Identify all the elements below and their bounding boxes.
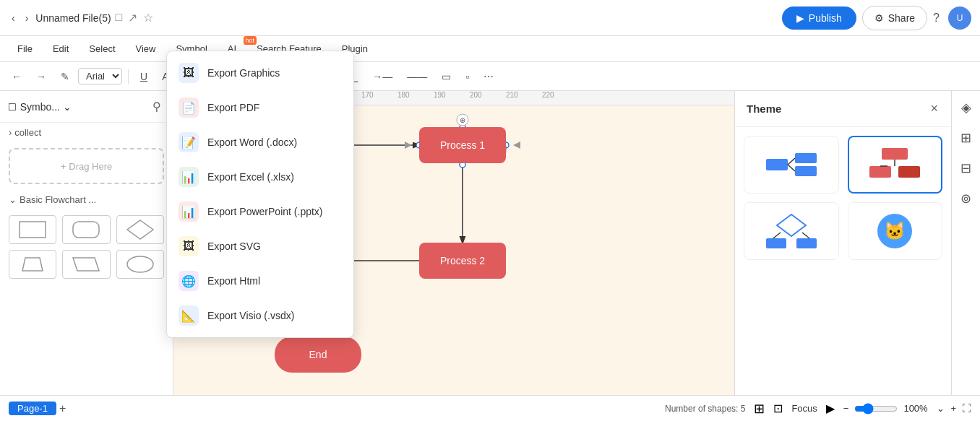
page-tab[interactable]: Page-1 [9, 402, 56, 415]
share-icon[interactable]: ↗ [128, 11, 137, 25]
svg-rect-27 [869, 166, 891, 178]
back-arrow[interactable]: ‹ [9, 9, 18, 27]
focus-icon[interactable]: ⊡ [773, 402, 783, 415]
shape-trapezoid[interactable] [9, 250, 56, 279]
separator-1 [128, 69, 129, 84]
focus-label[interactable]: Focus [791, 403, 817, 414]
basic-flowchart-section[interactable]: ⌄ Basic Flowchart ... [0, 190, 173, 209]
font-selector[interactable]: Arial [78, 68, 122, 84]
arrow-button[interactable]: →― [366, 68, 398, 85]
fullscreen-icon[interactable]: ⛶ [962, 403, 971, 414]
export-svg-icon: 🖼 [179, 236, 199, 256]
forward-arrow[interactable]: › [22, 9, 32, 27]
title-icons: □ ↗ ☆ [116, 11, 154, 25]
svg-marker-31 [777, 214, 806, 236]
chevron-down-icon[interactable]: ⌄ [63, 101, 72, 113]
group-button[interactable]: ▫ [460, 68, 475, 85]
save-icon[interactable]: □ [116, 11, 123, 25]
export-svg-item[interactable]: 🖼 Export SVG [167, 229, 353, 264]
export-powerpoint-icon: 📊 [179, 201, 199, 222]
shape-rect[interactable] [9, 215, 56, 244]
theme-icon[interactable]: ◈ [958, 97, 974, 118]
publish-send-icon: ▶ [796, 12, 804, 24]
zoom-slider[interactable] [854, 403, 898, 415]
undo-button[interactable]: ← [6, 68, 27, 85]
dash-button[interactable]: ―― [401, 68, 433, 85]
svg-rect-33 [796, 238, 817, 248]
theme-card-2[interactable] [848, 136, 943, 194]
export-html-icon: 🌐 [179, 271, 199, 291]
export-excel-icon: 📊 [179, 167, 199, 187]
settings-icon[interactable]: ⊚ [958, 188, 974, 209]
drag-here-box[interactable]: + Drag Here [9, 148, 164, 184]
theme-card-3[interactable] [744, 202, 839, 260]
export-graphics-icon: 🖼 [179, 63, 199, 83]
theme-close-button[interactable]: × [929, 100, 940, 118]
menu-edit[interactable]: Edit [44, 40, 77, 57]
layer-button[interactable]: ▭ [436, 68, 457, 85]
export-pdf-item[interactable]: 📄 Export PDF [167, 90, 353, 125]
publish-button[interactable]: ▶ Publish [782, 6, 856, 30]
add-page-button[interactable]: + [59, 402, 66, 415]
menu-file[interactable]: File [9, 40, 41, 57]
export-graphics-item[interactable]: 🖼 Export Graphics [167, 56, 353, 90]
svg-marker-14 [405, 142, 412, 149]
zoom-out-button[interactable]: − [843, 403, 849, 414]
shape-parallelogram[interactable] [62, 250, 110, 279]
plus-icon: + [61, 161, 66, 172]
svg-marker-3 [22, 258, 43, 271]
export-word-icon: 📝 [179, 132, 199, 152]
menu-select[interactable]: Select [80, 40, 124, 57]
page-layout-icon[interactable]: ⊞ [754, 401, 765, 417]
collect-section[interactable]: › collect [0, 123, 173, 142]
process2-shape[interactable]: Process 2 [419, 243, 506, 279]
top-right-icons: ? U [933, 6, 971, 30]
shape-diamond[interactable] [116, 215, 164, 244]
svg-text:⊕: ⊕ [460, 116, 465, 124]
redo-button[interactable]: → [30, 68, 52, 85]
export-word-item[interactable]: 📝 Export Word (.docx) [167, 125, 353, 160]
export-visio-item[interactable]: 📐 Export Visio (.vsdx) [167, 298, 353, 333]
export-pdf-icon: 📄 [179, 97, 199, 118]
theme-grid: 🐱 [735, 127, 951, 269]
avatar[interactable]: U [948, 6, 971, 30]
play-icon[interactable]: ▶ [826, 402, 835, 415]
help-icon[interactable]: ? [933, 12, 940, 25]
svg-rect-0 [20, 222, 46, 238]
format-paint-button[interactable]: ✎ [55, 68, 75, 85]
process1-shape[interactable]: Process 1 [419, 127, 506, 163]
svg-line-35 [802, 233, 809, 238]
file-title: Unnamed File(5) [35, 12, 111, 24]
export-visio-icon: 📐 [179, 305, 199, 326]
export-excel-item[interactable]: 📊 Export Excel (.xlsx) [167, 160, 353, 194]
svg-line-24 [788, 158, 795, 165]
export-dropdown: 🖼 Export Graphics 📄 Export PDF 📝 Export … [166, 51, 354, 338]
image-icon[interactable]: ⊞ [958, 127, 974, 149]
svg-rect-26 [882, 148, 908, 160]
star-icon[interactable]: ☆ [143, 11, 153, 25]
zoom-dropdown-icon[interactable]: ⌄ [937, 403, 945, 414]
menu-view[interactable]: View [127, 40, 165, 57]
export-html-item[interactable]: 🌐 Export Html [167, 264, 353, 298]
shape-rounded[interactable] [62, 215, 110, 244]
share-nodes-icon: ⚙ [874, 12, 884, 24]
svg-rect-32 [766, 238, 786, 248]
underline-button[interactable]: U [134, 68, 153, 85]
theme-header: Theme × [735, 91, 951, 127]
shape-oval[interactable] [116, 250, 164, 279]
svg-rect-1 [73, 222, 99, 238]
theme-card-1[interactable] [744, 136, 839, 194]
more-button[interactable]: ⋯ [478, 68, 499, 85]
theme-card-4[interactable]: 🐱 [848, 202, 943, 260]
zoom-in-button[interactable]: + [950, 403, 956, 414]
symbol-icon: □ [9, 100, 16, 113]
sidebar-title: Symbo... ⌄ [20, 101, 145, 113]
share-button[interactable]: ⚙ Share [862, 6, 927, 30]
end-label: End [309, 349, 327, 360]
end-shape[interactable]: End [275, 337, 361, 373]
search-icon[interactable]: ⚲ [150, 97, 164, 116]
svg-line-25 [788, 165, 795, 171]
grid-icon[interactable]: ⊟ [958, 157, 974, 179]
export-powerpoint-item[interactable]: 📊 Export PowerPoint (.pptx) [167, 194, 353, 229]
shape-grid [0, 209, 173, 285]
